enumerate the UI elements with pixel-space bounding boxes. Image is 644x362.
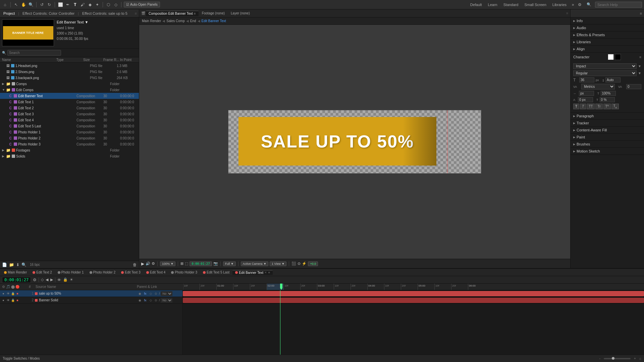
fast-preview-icon[interactable]: ⚡ xyxy=(302,261,307,266)
tl-tab-edit-text5[interactable]: Edit Text 5 Last xyxy=(200,270,232,275)
skew-input[interactable] xyxy=(600,97,615,102)
tl-visibility-icon[interactable]: 👁 xyxy=(57,278,61,282)
trash-icon[interactable]: 🗑 xyxy=(133,262,137,267)
home-timeline-icon[interactable]: ⌂ xyxy=(639,357,641,360)
layer2-name[interactable]: Banner Solid xyxy=(39,298,138,302)
baseline-input[interactable] xyxy=(578,97,593,102)
layer1-solo-icon[interactable]: ● xyxy=(1,292,5,296)
preview-comp-name[interactable]: Edit Banner Text ▼ xyxy=(57,19,88,25)
list-item[interactable]: 🖼 2.Shoes.png PNG file 2.6 MB xyxy=(0,69,139,75)
font-name-select[interactable]: Impact xyxy=(573,63,637,69)
timeline-zoom-slider[interactable] xyxy=(604,358,631,359)
tl-next-keyframe-icon[interactable]: ▶ xyxy=(50,278,53,282)
small-caps-btn[interactable]: Tr xyxy=(595,104,602,109)
folder-toggle-footages[interactable]: ▶ xyxy=(2,148,5,152)
layer2-motion-blur-icon[interactable]: ⊙ xyxy=(154,298,158,303)
content-aware-section-header[interactable]: Content-Aware Fill xyxy=(571,127,644,133)
breadcrumb-sales-comp[interactable]: Sales Comp xyxy=(166,19,184,23)
list-item[interactable]: ▶ 📁 Comps Folder xyxy=(0,81,139,87)
brush-tool-icon[interactable]: 🖌 xyxy=(79,2,86,8)
h-scale-input[interactable] xyxy=(579,91,594,96)
tl-tab-close-icon[interactable]: ✕ xyxy=(264,271,267,274)
view-control[interactable]: 1 View ▼ xyxy=(270,261,286,266)
search-icon3[interactable]: 🔍 xyxy=(21,262,26,267)
effect-controls-sale-tab[interactable]: Effect Controls: sale up to 5 xyxy=(81,11,129,15)
panel-menu-icon[interactable]: ≡ xyxy=(135,11,137,15)
character-menu-icon[interactable]: ≡ xyxy=(639,55,641,59)
rotate-back-icon[interactable]: ↺ xyxy=(39,2,45,8)
workspace-standard-btn[interactable]: Standard xyxy=(501,2,521,7)
layer1-eye-icon[interactable]: 👁 xyxy=(6,292,10,296)
toggle-switches-btn[interactable]: Toggle Switches / Modes xyxy=(3,357,40,360)
font-style-select[interactable]: Regular xyxy=(573,70,637,76)
new-folder-icon[interactable]: 📁 xyxy=(9,262,14,267)
layer-row[interactable]: ● 👁 🔒 ■ 2 Banner Solid ◉ fx ◇ ⊙ / None xyxy=(0,297,182,304)
select-tool-icon[interactable]: ↖ xyxy=(13,2,19,8)
comp-settings-icon[interactable]: ≡ xyxy=(194,12,196,15)
preview-settings-icon[interactable]: ⚙ xyxy=(152,261,155,266)
workspace-small-screen-btn[interactable]: Small Screen xyxy=(522,2,549,7)
tl-tab-main-render[interactable]: Main Render xyxy=(1,270,30,275)
font-size-input[interactable] xyxy=(579,77,594,82)
italic-btn[interactable]: T xyxy=(580,104,586,109)
layer2-eye-icon[interactable]: 👁 xyxy=(6,298,10,302)
rotate-fwd-icon[interactable]: ↻ xyxy=(46,2,52,8)
layer2-fx-icon[interactable]: fx xyxy=(143,298,148,303)
stroke-color-swatch[interactable] xyxy=(615,54,621,60)
effect-controls-color-tab[interactable]: Effect Controls: Color Controller xyxy=(21,11,76,15)
grid-icon[interactable]: ⊞ xyxy=(180,261,183,266)
snap-icon[interactable]: ⊙ xyxy=(298,261,301,266)
align-section-header[interactable]: Align xyxy=(571,46,644,52)
project-tab[interactable]: Project xyxy=(2,11,16,15)
list-item[interactable]: C Edit Banner Text Composition 30 0:00:0… xyxy=(0,93,139,99)
superscript-btn[interactable]: Ta xyxy=(603,104,611,109)
preview-play-icon[interactable]: ▶ xyxy=(141,261,144,266)
new-comp-icon[interactable]: 📄 xyxy=(2,262,7,267)
import-icon[interactable]: ⬇ xyxy=(16,262,19,267)
layer2-3d-icon[interactable]: ◉ xyxy=(138,298,142,303)
zoom-in-icon[interactable]: + xyxy=(634,357,636,360)
layer1-mode-select[interactable]: None xyxy=(161,291,172,296)
list-item[interactable]: C Photo Holder 3 Composition 30 0:00:00:… xyxy=(0,141,139,147)
list-item[interactable]: C Edit Text 5 Last Composition 30 0:00:0… xyxy=(0,123,139,129)
tl-tab-edit-banner-text[interactable]: Edit Banner Text ✕ ≡ xyxy=(232,270,272,275)
preview-audio-icon[interactable]: 🔊 xyxy=(146,261,150,266)
list-item[interactable]: 🖼 3.backpack.png PNG file 264 KB xyxy=(0,75,139,81)
leading-input[interactable] xyxy=(605,77,621,82)
layer1-fx-icon[interactable]: fx xyxy=(143,291,148,296)
track-row-1[interactable] xyxy=(183,290,644,297)
brushes-section-header[interactable]: Brushes xyxy=(571,141,644,147)
layer2-solo-icon[interactable]: ● xyxy=(1,298,5,302)
kerning-input[interactable] xyxy=(626,84,641,89)
composition-tab[interactable]: Composition Edit Banner Text ≡ xyxy=(146,11,199,16)
hand-tool-icon[interactable]: ✋ xyxy=(20,2,26,8)
pen-tool-icon[interactable]: ✒ xyxy=(65,2,71,8)
zoom-tool-icon[interactable]: 🔍 xyxy=(28,2,34,8)
layer1-lock-icon[interactable]: 🔒 xyxy=(11,292,15,296)
tracker-section-header[interactable]: Tracker xyxy=(571,120,644,126)
more-workspaces-icon[interactable]: » xyxy=(570,2,576,8)
puppet-tool-icon[interactable]: ✦ xyxy=(94,2,100,8)
audio-section-header[interactable]: Audio xyxy=(571,24,644,31)
list-item[interactable]: C Edit Text 1 Composition 30 0:00:00:0 xyxy=(0,99,139,105)
timeline-timecode[interactable]: 0:00:01:27 xyxy=(2,277,31,283)
breadcrumb-edit-banner-text[interactable]: Edit Banner Text xyxy=(202,19,226,23)
tracking-select[interactable]: Metrics xyxy=(581,84,615,89)
home-icon[interactable]: ⌂ xyxy=(2,2,8,8)
list-item[interactable]: 🖼 1.Headset.png PNG file 1.3 MB xyxy=(0,63,139,69)
v-scale-input[interactable] xyxy=(601,91,616,96)
list-item[interactable]: C Photo Holder 2 Composition 30 0:00:00:… xyxy=(0,135,139,141)
tl-tab-edit-text3[interactable]: Edit Text 3 xyxy=(118,270,143,275)
character-section-header[interactable]: Character ≡ xyxy=(571,53,644,61)
region-icon[interactable]: ⬚ xyxy=(185,261,188,266)
render-icon[interactable]: ⬛ xyxy=(291,261,296,266)
list-item[interactable]: ▶ 📁 Footages Folder xyxy=(0,147,139,153)
search-help-input[interactable] xyxy=(595,2,642,8)
shape-tool-icon[interactable]: ⬡ xyxy=(105,2,111,8)
box-tool-icon[interactable]: ⬜ xyxy=(57,2,63,8)
right-panel-menu-icon[interactable]: ≡ xyxy=(640,11,642,15)
track-row-2[interactable] xyxy=(183,297,644,304)
list-item[interactable]: C Edit Text 2 Composition 30 0:00:00:0 xyxy=(0,105,139,111)
layer1-name[interactable]: sale up to 50% xyxy=(39,292,138,295)
list-item[interactable]: ▼ 📁 Edit Comps Folder xyxy=(0,87,139,93)
